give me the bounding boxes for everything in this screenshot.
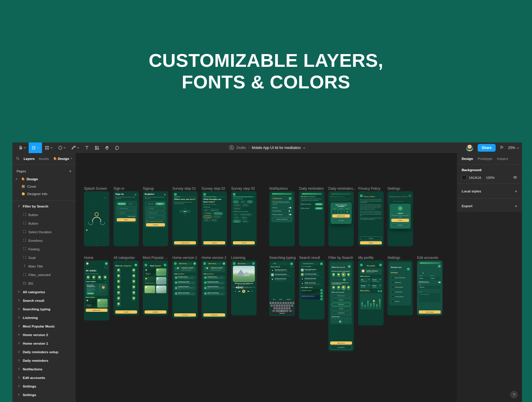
page-menu[interactable]: Design ^	[54, 157, 72, 161]
canvas-frame-settings[interactable]: Manage your Settings*Account Information…	[387, 260, 413, 315]
frame-label[interactable]: Home	[84, 256, 93, 260]
add-page-button[interactable]: +	[69, 169, 72, 174]
layer-item-settings[interactable]: #Settings	[12, 390, 76, 399]
canvas-frame-home-version-1[interactable]: ‹Frowning⊞Meditative InsightsIn what bus…	[172, 260, 198, 318]
background-color-row[interactable]: 1A1A1A 100%	[462, 175, 517, 180]
frame-label[interactable]: Splash Screen	[84, 187, 107, 191]
hand-tool[interactable]	[102, 142, 112, 153]
frame-label[interactable]: Listening	[231, 256, 245, 260]
comment-tool[interactable]	[112, 142, 122, 153]
canvas-frame-filter-by-search[interactable]: Filter by Search≡How have you been feeli…	[328, 260, 354, 351]
avatar[interactable]	[466, 144, 473, 152]
layer-item-button[interactable]: Button	[12, 219, 76, 228]
canvas-frame-listening[interactable]: ‹Listening○Michael in the BathroomMotiva…	[231, 260, 257, 315]
layer-item-emotions[interactable]: Emotions	[12, 236, 76, 245]
add-export-button[interactable]: +	[515, 204, 517, 208]
frame-label[interactable]: Most Popular ...	[143, 256, 168, 260]
frame-label[interactable]: Sign in	[113, 187, 124, 191]
layer-item-settings[interactable]: #Settings	[12, 382, 76, 390]
search-icon[interactable]	[16, 157, 20, 161]
layer-item-most-popular-music[interactable]: #Most Popular Music	[12, 322, 76, 330]
move-tool[interactable]	[29, 142, 42, 153]
frame-label[interactable]: Privacy Policy	[358, 187, 380, 191]
layer-item-home-version-2[interactable]: #Home version 2	[12, 330, 76, 339]
frame-label[interactable]: Survey step 02	[202, 187, 225, 191]
breadcrumb-title[interactable]: Mobile App UI kit for meditation	[252, 146, 301, 150]
layer-item-home-version-1[interactable]: #Home version 1	[12, 339, 76, 348]
frame-label[interactable]: Notifactions	[269, 187, 288, 191]
page-item-designer-info[interactable]: Designer Info	[12, 190, 76, 197]
tab-layers[interactable]: Layers	[24, 157, 35, 161]
layer-item-filter-by-search[interactable]: #Filter by Search	[12, 202, 76, 210]
page-item-cover[interactable]: Cover	[12, 183, 76, 190]
canvas-frame-survey-step-03[interactable]: ‹Mental HealthAnxietySadnessStressPanic …	[231, 191, 257, 246]
layer-item-edit-accounts[interactable]: #Edit accounts	[12, 373, 76, 382]
canvas-frame-notifactions[interactable]: Notifactions×When you are enabled then y…	[269, 191, 295, 246]
frame-label[interactable]: Home version 1	[172, 256, 197, 260]
canvas-frame-my-porfile[interactable]: ‹My porfile*Ashikur Rahmanashiksuj@gmail…	[358, 260, 384, 325]
canvas-frame-survey-step-02[interactable]: ‹What brought you here today?Select at l…	[202, 191, 227, 246]
help-button[interactable]: ?	[510, 391, 518, 398]
canvas-frame-splash-screen[interactable]: ××▴	[84, 191, 109, 246]
layer-item-daily-reminders-setup[interactable]: #Daily reminders setup	[12, 348, 76, 356]
frame-label[interactable]: Daily reminders	[299, 187, 324, 191]
eye-icon[interactable]	[513, 176, 517, 179]
tab-prototype[interactable]: Prototype	[478, 157, 492, 161]
canvas-frame-sign-in[interactable]: Sign InSign in now to acces your excerci…	[113, 191, 139, 246]
canvas-frame-signup[interactable]: RegisterSign in now to acces your excerc…	[143, 191, 168, 246]
page-item-design[interactable]: ✓Design	[12, 175, 76, 183]
breadcrumb[interactable]: Drafts / Mobile App UI kit for meditatio…	[229, 142, 305, 153]
layer-item-listening[interactable]: #Listening	[12, 313, 76, 322]
frame-label[interactable]: Settings	[387, 256, 400, 260]
canvas-frame-privacy-policy[interactable]: ‹Privacy PolicyHere you can put any of y…	[358, 191, 384, 246]
layer-item-notifactions[interactable]: #Notifactions	[12, 365, 76, 373]
frame-label[interactable]: Filter by Search	[328, 256, 353, 260]
canvas-frame-most-popular-[interactable]: ‹Most Popular○Midnight & relaxationJoggi…	[143, 260, 168, 315]
frame-label[interactable]: Settings	[387, 187, 400, 191]
frame-label[interactable]: My porfile	[358, 256, 374, 260]
layer-item-filter-selected[interactable]: Filter_selected	[12, 270, 76, 279]
canvas-frame-home-version-2[interactable]: ‹Frowning⊞Meditative InsightsIn what bus…	[202, 260, 227, 318]
frame-label[interactable]: Home version 2	[202, 256, 226, 260]
layer-item-search-result[interactable]: #Search result	[12, 296, 76, 305]
layer-item-daily-reminders[interactable]: #Daily reminders	[12, 356, 76, 365]
frame-label[interactable]: Signup	[143, 187, 154, 191]
canvas-frame-settings[interactable]: Manage your Settings*Account Information…	[387, 191, 413, 246]
canvas-frame-all-categories[interactable]: Filter by categories⊞Stress ReliefSleepi…	[113, 260, 139, 315]
frame-label[interactable]: Search result	[299, 256, 320, 260]
frame-label[interactable]: Survey step 01	[172, 187, 196, 191]
text-tool[interactable]	[82, 142, 92, 153]
layer-item-select-duration[interactable]: Select Duration	[12, 228, 76, 236]
layer-item-bg[interactable]: BG	[12, 279, 76, 288]
frame-label[interactable]: Searching typing	[269, 256, 296, 260]
tab-assets[interactable]: Assets	[39, 157, 49, 161]
chevron-down-icon[interactable]	[303, 146, 306, 150]
color-swatch[interactable]	[462, 175, 466, 180]
layer-item-searching-typing[interactable]: #Searching typing	[12, 305, 76, 313]
figma-menu[interactable]	[15, 142, 29, 153]
layer-item-feeling[interactable]: Feeling	[12, 245, 76, 253]
canvas-frame-home[interactable]: ⊞○Hi Ashik!How are you feeling today ?St…	[84, 260, 109, 320]
breadcrumb-section[interactable]: Drafts	[236, 146, 246, 150]
pen-tool[interactable]	[69, 142, 82, 153]
frame-label[interactable]: Daily reminders...	[328, 187, 356, 191]
canvas[interactable]: Splash Screen××▴Sign inSign InSign in no…	[76, 153, 457, 402]
canvas-frame-search-result[interactable]: ‹Breathing mind fresh≡64 items are found…	[299, 260, 325, 320]
layer-item-all-categories[interactable]: #All categories	[12, 288, 76, 296]
canvas-frame-survey-step-01[interactable]: ‹When were you born?We need this informa…	[172, 191, 198, 246]
frame-label[interactable]: Survey step 03	[231, 187, 255, 191]
actions-tool[interactable]	[92, 142, 102, 153]
shape-tool[interactable]	[55, 142, 69, 153]
canvas-frame-searching-typing[interactable]: ○And|≡Recent SearchSee allBreathing thro…	[269, 260, 295, 316]
zoom-control[interactable]: 25%	[508, 146, 519, 150]
add-local-style-button[interactable]: +	[515, 189, 517, 194]
opacity-value[interactable]: 100%	[486, 176, 513, 179]
canvas-frame-daily-reminders[interactable]: Set few ReminderThese meditation reminde…	[299, 191, 325, 246]
color-hex-value[interactable]: 1A1A1A	[469, 176, 486, 179]
frame-label[interactable]: All categories	[113, 256, 135, 260]
present-icon[interactable]	[500, 145, 504, 150]
share-button[interactable]: Share	[478, 144, 496, 152]
tab-inspect[interactable]: Inspect	[497, 157, 508, 161]
frame-label[interactable]: Edit accounts	[417, 256, 438, 260]
tab-design[interactable]: Design	[462, 157, 473, 161]
